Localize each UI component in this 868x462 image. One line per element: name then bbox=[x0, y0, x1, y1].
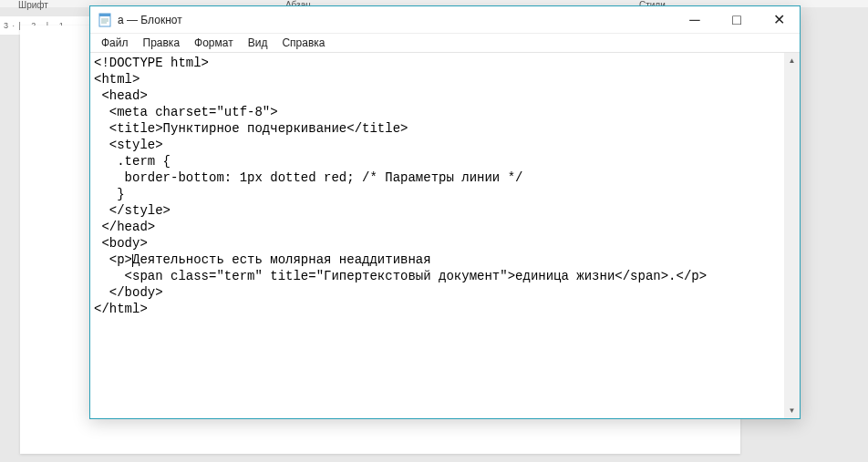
maximize-button[interactable]: □ bbox=[716, 6, 758, 34]
code-line: <title>Пунктирное подчеркивание</title> bbox=[94, 121, 408, 136]
code-line: <html> bbox=[94, 72, 140, 87]
code-line: <head> bbox=[94, 88, 148, 103]
editor-area: <!DOCTYPE html> <html> <head> <meta char… bbox=[90, 52, 800, 418]
window-title: a — Блокнот bbox=[118, 14, 674, 26]
close-icon: ✕ bbox=[773, 11, 785, 28]
scroll-down-button[interactable]: ▼ bbox=[784, 403, 800, 418]
code-line: </style> bbox=[94, 203, 170, 218]
code-line: <style> bbox=[94, 138, 163, 152]
code-line: </html> bbox=[94, 302, 148, 316]
code-line: <body> bbox=[94, 236, 148, 251]
scroll-up-button[interactable]: ▲ bbox=[784, 53, 800, 68]
close-button[interactable]: ✕ bbox=[758, 6, 800, 34]
code-line: } bbox=[94, 187, 125, 201]
menu-format[interactable]: Формат bbox=[187, 35, 241, 51]
menu-view[interactable]: Вид bbox=[241, 35, 275, 51]
chevron-up-icon: ▲ bbox=[789, 56, 796, 65]
code-line: </body> bbox=[94, 285, 163, 300]
maximize-icon: □ bbox=[732, 12, 741, 28]
titlebar[interactable]: a — Блокнот ─ □ ✕ bbox=[90, 6, 800, 34]
code-line: border-bottom: 1px dotted red; /* Параме… bbox=[94, 170, 522, 185]
menu-edit[interactable]: Правка bbox=[136, 35, 188, 51]
scroll-track[interactable] bbox=[784, 68, 800, 403]
code-line: <span class="term" title="Гипертекстовый… bbox=[94, 269, 707, 283]
chevron-down-icon: ▼ bbox=[789, 406, 796, 415]
menu-help[interactable]: Справка bbox=[274, 35, 332, 51]
menu-file[interactable]: Файл bbox=[94, 35, 136, 51]
text-editor[interactable]: <!DOCTYPE html> <html> <head> <meta char… bbox=[90, 53, 784, 418]
code-line: Деятельность есть молярная неаддитивная bbox=[132, 252, 431, 267]
code-line: <p> bbox=[94, 252, 132, 267]
ribbon-group-font: Шрифт bbox=[0, 0, 67, 7]
notepad-window: a — Блокнот ─ □ ✕ Файл Правка Формат Вид… bbox=[89, 5, 801, 419]
code-line: <!DOCTYPE html> bbox=[94, 56, 209, 70]
notepad-icon bbox=[98, 13, 112, 27]
minimize-icon: ─ bbox=[689, 12, 699, 28]
minimize-button[interactable]: ─ bbox=[674, 6, 716, 34]
code-line: <meta charset="utf-8"> bbox=[94, 105, 278, 119]
svg-rect-1 bbox=[99, 14, 110, 16]
menubar: Файл Правка Формат Вид Справка bbox=[90, 34, 800, 52]
code-line: </head> bbox=[94, 220, 155, 234]
code-line: .term { bbox=[94, 154, 170, 169]
vertical-scrollbar[interactable]: ▲ ▼ bbox=[784, 53, 800, 418]
